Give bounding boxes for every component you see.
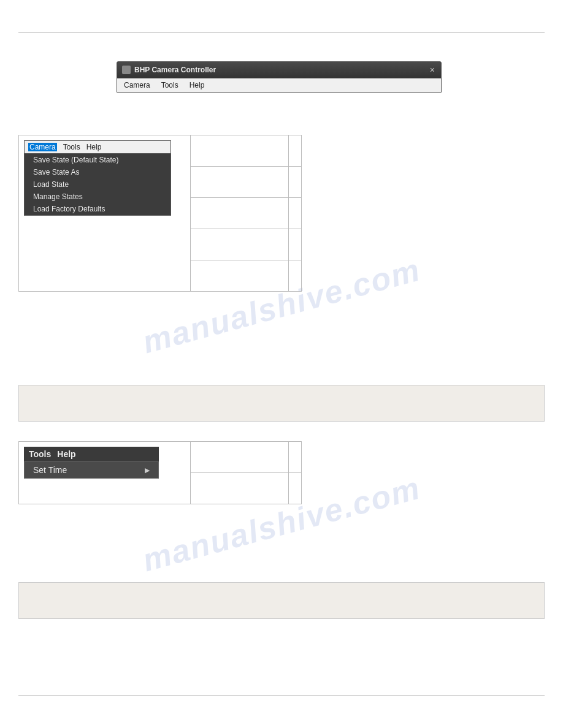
app-icon [122, 66, 131, 74]
action-cell-4 [191, 229, 289, 260]
titlebar-left: BHP Camera Controller [122, 66, 216, 74]
action-content-4 [191, 229, 288, 260]
table-row: Camera Tools Help Save State (Default St… [19, 135, 302, 167]
desc-cell-1 [289, 135, 302, 167]
menu-help[interactable]: Help [188, 80, 207, 90]
help-label[interactable]: Help [57, 449, 75, 459]
action-content-3 [191, 198, 288, 229]
cam-menu-camera[interactable]: Camera [28, 143, 57, 151]
action-content-1 [191, 135, 288, 166]
note-row-2 [18, 582, 545, 619]
bottom-divider [18, 696, 545, 696]
desc-cell-tools-1 [289, 442, 302, 473]
action-cell-3 [191, 198, 289, 229]
arrow-icon: ▶ [145, 466, 150, 474]
app-window: BHP Camera Controller × Camera Tools Hel… [117, 61, 442, 93]
screenshot-cell: Camera Tools Help Save State (Default St… [19, 135, 191, 292]
camera-dropdown-items: Save State (Default State) Save State As… [25, 154, 170, 215]
action-content-5 [191, 260, 288, 291]
app-window-area: BHP Camera Controller × Camera Tools Hel… [117, 61, 448, 93]
camera-dropdown: Camera Tools Help Save State (Default St… [24, 140, 171, 216]
app-titlebar: BHP Camera Controller × [117, 62, 441, 78]
desc-content-tools-2 [289, 473, 301, 504]
menu-item-manage-states[interactable]: Manage States [25, 191, 170, 203]
tools-dropdown-items: Set Time ▶ [24, 461, 159, 479]
menu-item-load-factory[interactable]: Load Factory Defaults [25, 203, 170, 215]
action-cell-tools-2 [191, 473, 289, 504]
action-content-2 [191, 167, 288, 197]
action-cell-1 [191, 135, 289, 167]
action-cell-5 [191, 260, 289, 292]
action-cell-tools-1 [191, 442, 289, 473]
cam-menu-help[interactable]: Help [86, 143, 102, 151]
close-button[interactable]: × [429, 65, 436, 75]
tools-dropdown: Tools Help Set Time ▶ [24, 447, 159, 479]
tools-menu-area: Tools Help Set Time ▶ [19, 442, 190, 483]
desc-content-4 [289, 229, 301, 260]
action-content-tools-2 [191, 473, 288, 504]
table-section-2: Tools Help Set Time ▶ [18, 441, 302, 504]
menu-item-save-state-default[interactable]: Save State (Default State) [25, 154, 170, 166]
action-content-tools-1 [191, 442, 288, 472]
desc-content-2 [289, 167, 301, 197]
app-menubar: Camera Tools Help [117, 78, 441, 92]
menu-camera[interactable]: Camera [122, 80, 152, 90]
desc-content-1 [289, 135, 301, 166]
desc-content-3 [289, 198, 301, 229]
note-row-1 [18, 385, 545, 422]
menu-item-save-state-as[interactable]: Save State As [25, 166, 170, 178]
app-title: BHP Camera Controller [134, 66, 216, 74]
tools-label[interactable]: Tools [29, 449, 51, 459]
desc-cell-2 [289, 167, 302, 198]
desc-cell-5 [289, 260, 302, 292]
cam-menu-tools[interactable]: Tools [63, 143, 80, 151]
desc-cell-4 [289, 229, 302, 260]
camera-menu-area: Camera Tools Help Save State (Default St… [19, 135, 190, 221]
menu-item-set-time[interactable]: Set Time ▶ [25, 462, 158, 478]
set-time-label: Set Time [33, 465, 67, 475]
desc-cell-3 [289, 198, 302, 229]
table-section-1: Camera Tools Help Save State (Default St… [18, 135, 302, 292]
top-divider [18, 32, 545, 32]
table-row: Tools Help Set Time ▶ [19, 442, 302, 473]
menu-item-load-state[interactable]: Load State [25, 178, 170, 191]
desc-content-5 [289, 260, 301, 291]
desc-cell-tools-2 [289, 473, 302, 504]
screenshot-cell-2: Tools Help Set Time ▶ [19, 442, 191, 504]
camera-dropdown-menubar: Camera Tools Help [25, 141, 170, 154]
menu-tools[interactable]: Tools [159, 80, 180, 90]
tools-dropdown-menubar: Tools Help [24, 447, 159, 461]
action-cell-2 [191, 167, 289, 198]
desc-content-tools-1 [289, 442, 301, 472]
